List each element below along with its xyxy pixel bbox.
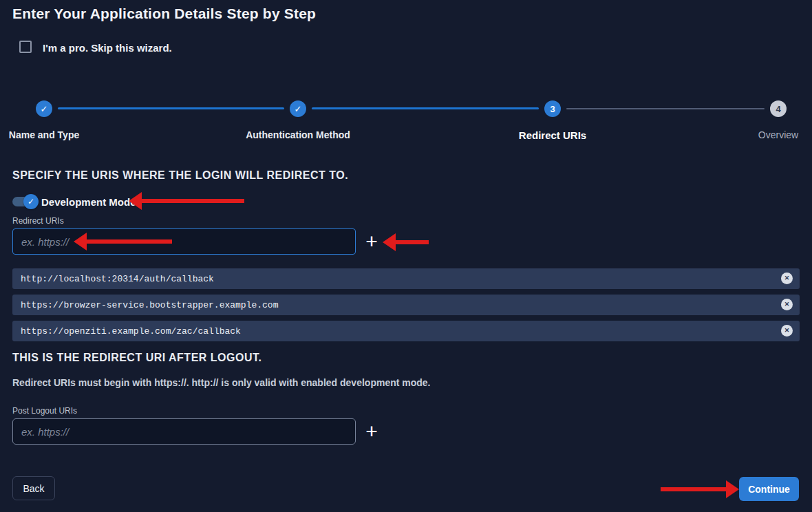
redirect-uri-value: https://browzer-service.bootstrapper.exa… [12, 300, 278, 310]
step-number: 3 [550, 105, 555, 114]
step-label-name-and-type: Name and Type [9, 129, 79, 140]
step-1-indicator[interactable]: ✓ [36, 100, 52, 117]
post-logout-uri-input[interactable] [12, 418, 356, 445]
redirect-uris-field-label: Redirect URIs [12, 216, 64, 226]
redirect-uri-row: https://openziti.example.com/zac/callbac… [12, 321, 800, 341]
redirect-uri-row: https://browzer-service.bootstrapper.exa… [12, 295, 800, 315]
arrow-tail [661, 487, 727, 491]
page-title: Enter Your Application Details Step by S… [12, 6, 316, 22]
remove-uri-icon[interactable]: ✕ [781, 299, 793, 310]
annotation-arrow-development-mode [129, 192, 244, 210]
redirect-uri-note: Redirect URIs must begin with https://. … [12, 377, 431, 388]
development-mode-label: Development Mode [41, 196, 136, 208]
step-connector-2-3 [312, 107, 539, 109]
logout-section-heading: THIS IS THE REDIRECT URI AFTER LOGOUT. [12, 352, 261, 364]
redirect-uri-value: http://localhost:20314/auth/callback [12, 274, 214, 284]
arrow-tail [86, 239, 172, 244]
annotation-arrow-add-button [383, 233, 429, 251]
arrow-head-icon [74, 233, 87, 250]
redirect-section-heading: SPECIFY THE URIS WHERE THE LOGIN WILL RE… [12, 169, 348, 182]
remove-uri-icon[interactable]: ✕ [781, 273, 793, 284]
step-4-indicator[interactable]: 4 [770, 100, 787, 117]
step-2-indicator[interactable]: ✓ [290, 100, 306, 117]
arrow-head-icon [383, 233, 396, 251]
step-connector-1-2 [58, 107, 284, 109]
check-icon: ✓ [295, 105, 302, 114]
arrow-head-icon [726, 480, 739, 498]
step-label-overview: Overview [758, 129, 798, 140]
check-icon: ✓ [41, 105, 48, 114]
add-post-logout-uri-button[interactable]: + [362, 420, 381, 443]
skip-wizard-label: I'm a pro. Skip this wizard. [43, 42, 172, 54]
back-button[interactable]: Back [12, 476, 55, 500]
skip-wizard-checkbox[interactable] [19, 41, 32, 53]
add-redirect-uri-button[interactable]: + [362, 230, 381, 253]
annotation-arrow-redirect-input [74, 233, 172, 250]
toggle-thumb: ✓ [23, 194, 39, 209]
step-3-indicator[interactable]: 3 [544, 100, 561, 117]
arrow-tail [141, 199, 244, 203]
arrow-tail [395, 240, 429, 244]
step-label-redirect-uris: Redirect URIs [519, 129, 586, 141]
step-connector-3-4 [566, 108, 765, 109]
redirect-uri-input[interactable] [12, 228, 356, 255]
redirect-uri-value: https://openziti.example.com/zac/callbac… [12, 326, 241, 337]
post-logout-uris-field-label: Post Logout URIs [12, 406, 77, 416]
development-mode-toggle[interactable]: ✓ [12, 194, 39, 209]
continue-button[interactable]: Continue [739, 477, 799, 501]
redirect-uri-row: http://localhost:20314/auth/callback ✕ [12, 268, 800, 289]
step-label-authentication-method: Authentication Method [246, 129, 350, 140]
arrow-head-icon [129, 192, 142, 210]
annotation-arrow-continue [661, 480, 739, 498]
check-icon: ✓ [28, 198, 34, 206]
step-number: 4 [776, 105, 780, 114]
remove-uri-icon[interactable]: ✕ [781, 325, 793, 337]
